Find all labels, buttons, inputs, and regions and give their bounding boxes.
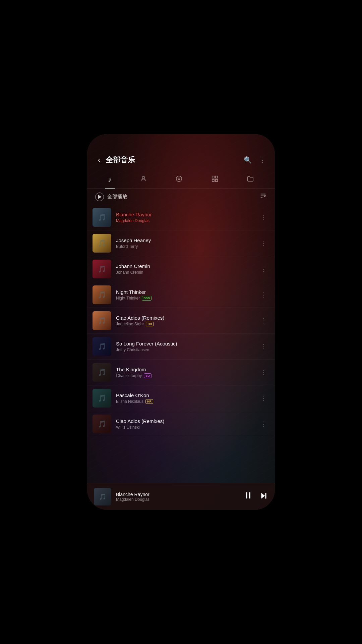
track-sub: Elisha Nikolaus HR	[116, 399, 255, 404]
track-item[interactable]: 🎵 Joseph Heaney Buford Terry ⋮	[87, 230, 275, 256]
track-sub: Jeffry Christiansen	[116, 347, 255, 352]
pause-button[interactable]	[243, 491, 253, 502]
track-item[interactable]: 🎵 Johann Cremin Johann Cremin ⋮	[87, 256, 275, 282]
thumb-icon: 🎵	[93, 285, 111, 304]
now-playing-artist: Magdalen Douglas	[116, 497, 239, 502]
quality-badge: HR	[146, 322, 154, 326]
track-more-button[interactable]: ⋮	[259, 264, 268, 274]
track-more-button[interactable]: ⋮	[259, 393, 268, 403]
track-item[interactable]: 🎵 Pascale O'Kon Elisha Nikolaus HR ⋮	[87, 385, 275, 411]
track-more-button[interactable]: ⋮	[259, 316, 268, 326]
track-item[interactable]: 🎵 So Long Forever (Acoustic) Jeffry Chri…	[87, 334, 275, 360]
track-thumbnail: 🎵	[93, 415, 111, 433]
track-more-button[interactable]: ⋮	[259, 419, 268, 429]
track-artist: Willis Osinski	[116, 425, 140, 430]
track-item[interactable]: 🎵 The Kingdom Charlie Torphy SQ ⋮	[87, 360, 275, 385]
svg-rect-3	[212, 176, 214, 178]
more-icon[interactable]: ⋮	[259, 156, 265, 164]
track-title: Blanche Raynor	[116, 212, 255, 217]
track-thumbnail: 🎵	[93, 285, 111, 304]
track-title: So Long Forever (Acoustic)	[116, 341, 255, 346]
now-playing-thumb-icon: 🎵	[99, 493, 106, 500]
track-title: The Kingdom	[116, 367, 255, 372]
sort-icon[interactable]	[259, 192, 267, 201]
track-sub: Magdalen Douglas	[116, 218, 255, 223]
tab-record[interactable]	[170, 172, 188, 189]
screen: ‹ 全部音乐 🔍 ⋮ ♪	[87, 134, 275, 510]
track-sub: Charlie Torphy SQ	[116, 373, 255, 378]
track-info: Johann Cremin Johann Cremin	[116, 263, 255, 275]
track-thumbnail: 🎵	[93, 234, 111, 253]
thumb-icon: 🎵	[93, 337, 111, 356]
track-title: Johann Cremin	[116, 263, 255, 269]
svg-rect-4	[215, 176, 217, 178]
track-thumbnail: 🎵	[93, 337, 111, 356]
track-artist: Magdalen Douglas	[116, 218, 149, 223]
track-artist: Charlie Torphy	[116, 373, 142, 378]
play-triangle-icon	[98, 195, 102, 199]
track-thumbnail: 🎵	[93, 389, 111, 408]
folder-icon	[247, 175, 254, 184]
track-title: Night Thinker	[116, 289, 255, 295]
track-thumbnail: 🎵	[93, 363, 111, 382]
artist-icon	[140, 175, 147, 184]
music-icon: ♪	[108, 175, 112, 184]
back-button[interactable]: ‹	[97, 154, 102, 166]
tab-music[interactable]: ♪	[103, 172, 117, 189]
play-all-button[interactable]: 全部播放	[95, 193, 127, 201]
phone-frame: ‹ 全部音乐 🔍 ⋮ ♪	[87, 134, 275, 510]
track-thumbnail: 🎵	[93, 260, 111, 278]
track-title: Joseph Heaney	[116, 237, 255, 243]
thumb-icon: 🎵	[93, 260, 111, 278]
svg-rect-6	[215, 179, 217, 181]
tab-artist[interactable]	[134, 172, 153, 189]
now-playing-info: Blanche Raynor Magdalen Douglas	[116, 492, 239, 502]
track-thumbnail: 🎵	[93, 208, 111, 227]
thumb-icon: 🎵	[93, 415, 111, 433]
track-info: Night Thinker Night Thinker DSD	[116, 289, 255, 301]
thumb-icon: 🎵	[93, 389, 111, 408]
skip-next-button[interactable]	[259, 491, 268, 502]
track-more-button[interactable]: ⋮	[259, 341, 268, 352]
track-sub: Johann Cremin	[116, 270, 255, 275]
toolbar: 全部播放	[87, 189, 275, 205]
track-more-button[interactable]: ⋮	[259, 238, 268, 248]
track-title: Ciao Adios (Remixes)	[116, 315, 255, 321]
track-info: Blanche Raynor Magdalen Douglas	[116, 212, 255, 223]
track-more-button[interactable]: ⋮	[259, 367, 268, 377]
header: ‹ 全部音乐 🔍 ⋮	[87, 134, 275, 171]
track-artist: Jaqueline Stehr	[116, 322, 144, 326]
svg-rect-13	[265, 493, 266, 498]
track-list: 🎵 Blanche Raynor Magdalen Douglas ⋮ 🎵 Jo…	[87, 205, 275, 510]
track-more-button[interactable]: ⋮	[259, 290, 268, 300]
thumb-icon: 🎵	[93, 311, 111, 330]
quality-badge: SQ	[144, 373, 152, 378]
track-info: Ciao Adios (Remixes) Jaqueline Stehr HR	[116, 315, 255, 326]
tab-folder[interactable]	[241, 172, 259, 189]
header-icons: 🔍 ⋮	[244, 156, 265, 164]
track-item[interactable]: 🎵 Ciao Adios (Remixes) Jaqueline Stehr H…	[87, 308, 275, 334]
track-title: Ciao Adios (Remixes)	[116, 418, 255, 424]
track-sub: Night Thinker DSD	[116, 296, 255, 301]
track-item[interactable]: 🎵 Blanche Raynor Magdalen Douglas ⋮	[87, 205, 275, 230]
track-artist: Buford Terry	[116, 244, 138, 249]
quality-badge: DSD	[142, 296, 152, 301]
search-icon[interactable]: 🔍	[244, 156, 252, 164]
track-info: So Long Forever (Acoustic) Jeffry Christ…	[116, 341, 255, 352]
track-sub: Buford Terry	[116, 244, 255, 249]
tab-library[interactable]	[206, 172, 224, 189]
track-item[interactable]: 🎵 Night Thinker Night Thinker DSD ⋮	[87, 282, 275, 308]
track-artist: Jeffry Christiansen	[116, 347, 149, 352]
nav-tabs: ♪	[87, 171, 275, 189]
track-artist: Elisha Nikolaus	[116, 399, 143, 404]
track-title: Pascale O'Kon	[116, 392, 255, 398]
track-info: Pascale O'Kon Elisha Nikolaus HR	[116, 392, 255, 404]
track-more-button[interactable]: ⋮	[259, 212, 268, 222]
now-playing-thumb: 🎵	[94, 488, 111, 505]
track-item[interactable]: 🎵 Ciao Adios (Remixes) Willis Osinski ⋮	[87, 411, 275, 437]
svg-rect-11	[249, 492, 250, 499]
page-title: 全部音乐	[106, 155, 240, 165]
thumb-icon: 🎵	[93, 363, 111, 382]
svg-point-1	[176, 176, 182, 182]
track-sub: Jaqueline Stehr HR	[116, 322, 255, 326]
